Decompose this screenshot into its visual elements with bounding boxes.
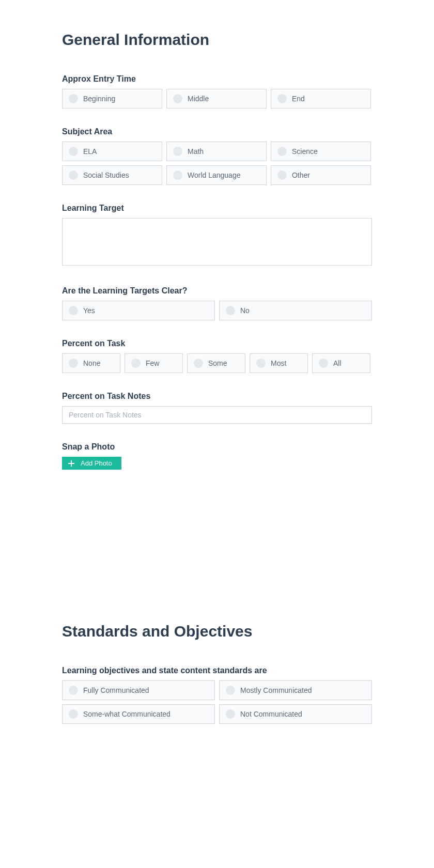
radio-entry-beginning[interactable]: Beginning [62, 89, 162, 109]
label-targets-clear: Are the Learning Targets Clear? [62, 286, 372, 296]
radio-icon [277, 171, 287, 180]
radio-subject-world-language[interactable]: World Language [166, 165, 267, 185]
radio-icon [226, 709, 235, 719]
learning-target-textarea[interactable] [62, 218, 372, 266]
radio-icon [277, 94, 287, 103]
radio-label: Some [208, 359, 227, 367]
radio-icon [69, 94, 78, 103]
radio-obj-mostly[interactable]: Mostly Communicated [219, 680, 372, 700]
radio-entry-end[interactable]: End [271, 89, 371, 109]
radio-icon [173, 171, 182, 180]
radio-icon [69, 171, 78, 180]
radio-icon [69, 709, 78, 719]
label-learning-objectives: Learning objectives and state content st… [62, 666, 372, 675]
radio-subject-ela[interactable]: ELA [62, 142, 162, 161]
radio-icon [226, 306, 235, 315]
radio-subject-social-studies[interactable]: Social Studies [62, 165, 162, 185]
radio-icon [131, 359, 141, 368]
field-percent-on-task: Percent on Task None Few Some Most All [62, 339, 372, 373]
radio-label: No [240, 306, 250, 315]
radio-obj-somewhat[interactable]: Some-what Communicated [62, 704, 215, 724]
radio-label: None [83, 359, 100, 367]
radio-icon [69, 147, 78, 156]
radio-task-most[interactable]: Most [250, 353, 308, 373]
radio-subject-math[interactable]: Math [166, 142, 267, 161]
add-photo-button[interactable]: Add Photo [62, 457, 121, 470]
label-entry-time: Approx Entry Time [62, 74, 372, 84]
radio-icon [69, 306, 78, 315]
label-snap-photo: Snap a Photo [62, 442, 372, 452]
radio-label: World Language [188, 171, 240, 179]
radio-obj-fully[interactable]: Fully Communicated [62, 680, 215, 700]
add-photo-label: Add Photo [81, 459, 112, 467]
radio-label: Few [146, 359, 159, 367]
field-entry-time: Approx Entry Time Beginning Middle End [62, 74, 372, 109]
radio-icon [226, 686, 235, 695]
field-subject-area: Subject Area ELA Math Science Social Stu… [62, 127, 372, 185]
radio-label: Not Communicated [240, 710, 302, 718]
radio-icon [173, 147, 182, 156]
radio-icon [256, 359, 266, 368]
radio-label: Math [188, 147, 204, 156]
radio-label: Social Studies [83, 171, 129, 179]
radio-label: Other [292, 171, 310, 179]
radio-task-some[interactable]: Some [187, 353, 245, 373]
radio-label: Yes [83, 306, 95, 315]
field-learning-target: Learning Target [62, 204, 372, 268]
radio-icon [277, 147, 287, 156]
label-learning-target: Learning Target [62, 204, 372, 213]
radio-task-all[interactable]: All [312, 353, 370, 373]
field-learning-objectives: Learning objectives and state content st… [62, 666, 372, 724]
radio-icon [319, 359, 328, 368]
radio-icon [69, 686, 78, 695]
radio-clear-no[interactable]: No [219, 301, 372, 320]
radio-label: Mostly Communicated [240, 686, 312, 694]
label-subject-area: Subject Area [62, 127, 372, 136]
radio-icon [173, 94, 182, 103]
section-title-standards: Standards and Objectives [62, 623, 372, 640]
radio-label: ELA [83, 147, 97, 156]
radio-obj-not[interactable]: Not Communicated [219, 704, 372, 724]
radio-label: Fully Communicated [83, 686, 149, 694]
radio-task-none[interactable]: None [62, 353, 120, 373]
percent-on-task-notes-input[interactable] [62, 406, 372, 424]
radio-label: Science [292, 147, 318, 156]
radio-task-few[interactable]: Few [125, 353, 183, 373]
radio-label: Most [271, 359, 286, 367]
label-percent-on-task: Percent on Task [62, 339, 372, 348]
field-targets-clear: Are the Learning Targets Clear? Yes No [62, 286, 372, 320]
plus-icon [68, 460, 74, 467]
field-snap-photo: Snap a Photo Add Photo [62, 442, 372, 470]
field-percent-on-task-notes: Percent on Task Notes [62, 392, 372, 424]
radio-label: Some-what Communicated [83, 710, 171, 718]
radio-label: Beginning [83, 95, 115, 103]
radio-icon [69, 359, 78, 368]
radio-label: End [292, 95, 305, 103]
radio-subject-other[interactable]: Other [271, 165, 371, 185]
radio-entry-middle[interactable]: Middle [166, 89, 267, 109]
radio-label: All [333, 359, 342, 367]
section-title-general: General Information [62, 31, 372, 49]
radio-label: Middle [188, 95, 209, 103]
radio-subject-science[interactable]: Science [271, 142, 371, 161]
radio-clear-yes[interactable]: Yes [62, 301, 215, 320]
label-percent-on-task-notes: Percent on Task Notes [62, 392, 372, 401]
radio-icon [194, 359, 203, 368]
